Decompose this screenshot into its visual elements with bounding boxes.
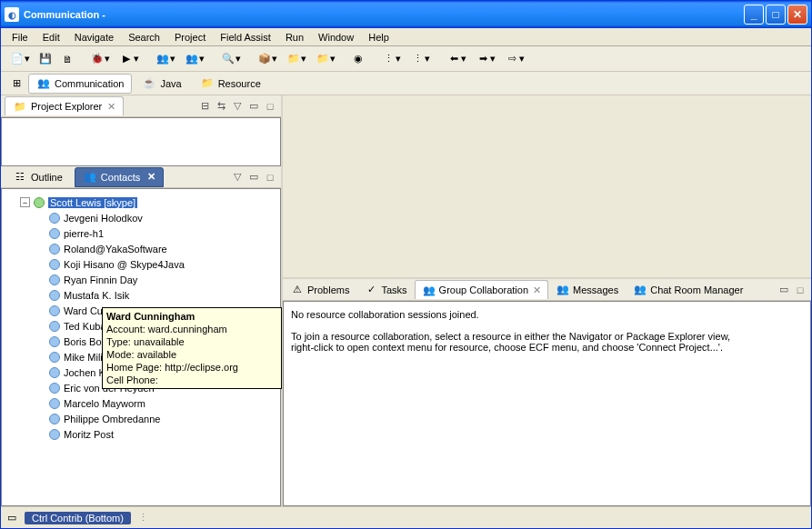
view-menu-button[interactable]: ▽	[230, 170, 245, 185]
contact-name: Jevgeni Holodkov	[64, 213, 143, 224]
contacts1-dropdown-button[interactable]: 👥▾	[152, 49, 179, 69]
status-bar: ▭ Ctrl Contrib (Bottom) ⋮	[1, 506, 811, 528]
run-dropdown-button[interactable]: ▶▾	[115, 49, 143, 69]
menu-field-assist[interactable]: Field Assist	[213, 30, 278, 45]
link-editor-button[interactable]: ⇆	[214, 99, 228, 114]
menu-edit[interactable]: Edit	[35, 30, 67, 45]
folder2-dropdown-button[interactable]: 📁▾	[312, 49, 339, 69]
contact-name: Marcelo Mayworm	[64, 398, 145, 409]
outline-icon: ☷	[13, 170, 27, 185]
tasks-icon: ✓	[364, 283, 378, 297]
contact-item[interactable]: Roland@YakaSoftware	[49, 241, 275, 256]
contact-name: Roland@YakaSoftware	[64, 244, 167, 255]
close-x-icon[interactable]: ✕	[147, 171, 155, 183]
tab-problems[interactable]: ⚠ Problems	[283, 280, 356, 300]
perspective-communication[interactable]: 👥 Communication	[28, 74, 132, 94]
minimize-view-button[interactable]: ▭	[777, 283, 791, 297]
tab-group-collaboration[interactable]: 👥 Group Collaboration ✕	[415, 280, 548, 299]
contact-item[interactable]: Jevgeni Holodkov	[49, 210, 275, 225]
status-icon: ▭	[5, 511, 19, 525]
misc1-dropdown-button[interactable]: ⋮▾	[377, 49, 405, 69]
tooltip-cell: Cell Phone:	[106, 374, 158, 385]
expander-icon[interactable]: −	[20, 197, 30, 207]
contact-item[interactable]: pierre-h1	[49, 225, 275, 241]
perspective-row: ⊞ 👥 Communication ☕ Java 📁 Resource	[1, 72, 811, 95]
person-icon	[49, 336, 60, 347]
contact-name: Philippe Ombredanne	[64, 414, 160, 424]
close-x-icon[interactable]: ✕	[107, 101, 115, 113]
maximize-view-button[interactable]: □	[263, 99, 277, 114]
package-dropdown-button[interactable]: 📦▾	[254, 49, 281, 69]
collab-line2: To join a resource collaboration, select…	[291, 331, 803, 342]
project-explorer-body	[1, 117, 281, 166]
menu-help[interactable]: Help	[361, 30, 396, 45]
contact-item[interactable]: Moritz Post	[49, 426, 275, 442]
folder1-dropdown-button[interactable]: 📁▾	[283, 49, 310, 69]
contacts-root[interactable]: − Scott Lewis [skype]	[20, 195, 275, 210]
people-icon: 👥	[83, 170, 97, 185]
tooltip-name: Ward Cunningham	[106, 311, 195, 322]
maximize-view-button[interactable]: □	[263, 170, 277, 185]
perspective-resource[interactable]: 📁 Resource	[192, 74, 269, 94]
menu-search[interactable]: Search	[121, 30, 167, 45]
close-x-icon[interactable]: ✕	[533, 284, 541, 296]
contact-name: Koji Hisano @ Skype4Java	[64, 259, 185, 270]
menu-navigate[interactable]: Navigate	[67, 30, 121, 45]
contacts-tab[interactable]: 👥 Contacts ✕	[75, 167, 164, 187]
tooltip-homepage: Home Page: http://eclipse.org	[106, 362, 238, 373]
contact-item[interactable]: Ryan Finnin Day	[49, 272, 275, 287]
nav-dropdown-button[interactable]: ⇨▾	[501, 49, 528, 69]
tab-chatroom-manager[interactable]: 👥 Chat Room Manager	[626, 280, 750, 300]
view-menu-button[interactable]: ▽	[230, 99, 245, 114]
person-icon	[49, 414, 60, 424]
minimize-view-button[interactable]: ▭	[246, 99, 261, 114]
save-all-button[interactable]: 🗎	[57, 49, 77, 69]
maximize-view-button[interactable]: □	[793, 283, 807, 297]
minimize-view-button[interactable]: ▭	[246, 170, 261, 185]
folder-icon: 📁	[200, 76, 215, 91]
save-button[interactable]: 💾	[35, 49, 55, 69]
tab-label: Project Explorer	[31, 101, 102, 112]
debug-dropdown-button[interactable]: 🐞▾	[86, 49, 114, 69]
folder-icon: 📁	[13, 99, 27, 114]
perspective-label: Resource	[218, 78, 261, 89]
person-icon	[49, 213, 60, 224]
collapse-all-button[interactable]: ⊟	[197, 99, 212, 114]
person-icon	[49, 259, 60, 270]
minimize-button[interactable]: _	[744, 5, 764, 25]
contacts2-dropdown-button[interactable]: 👥▾	[181, 49, 208, 69]
contact-item[interactable]: Mustafa K. Isik	[49, 287, 275, 303]
menu-run[interactable]: Run	[278, 30, 311, 45]
menu-file[interactable]: File	[5, 30, 35, 45]
person-icon	[49, 352, 60, 363]
project-explorer-tab[interactable]: 📁 Project Explorer ✕	[5, 96, 124, 115]
people-icon: 👥	[633, 283, 647, 297]
status-contrib[interactable]: Ctrl Contrib (Bottom)	[25, 512, 131, 524]
tab-label: Chat Room Manager	[650, 284, 743, 295]
person-icon	[49, 367, 60, 378]
back-dropdown-button[interactable]: ⬅▾	[443, 49, 470, 69]
app-icon: ◐	[5, 7, 19, 22]
forward-dropdown-button[interactable]: ➡▾	[472, 49, 499, 69]
contact-item[interactable]: Koji Hisano @ Skype4Java	[49, 256, 275, 272]
search-dropdown-button[interactable]: 🔍▾	[217, 49, 245, 69]
project-explorer-header: 📁 Project Explorer ✕ ⊟ ⇆ ▽ ▭ □	[1, 95, 281, 117]
new-dropdown-button[interactable]: 📄▾	[6, 49, 34, 69]
perspective-java[interactable]: ☕ Java	[134, 74, 189, 94]
contact-item[interactable]: Philippe Ombredanne	[49, 411, 275, 426]
person-icon	[49, 228, 60, 239]
menu-project[interactable]: Project	[167, 30, 213, 45]
contacts-body: − Scott Lewis [skype] Jevgeni Holodkovpi…	[1, 188, 281, 506]
contact-item[interactable]: Marcelo Mayworm	[49, 395, 275, 411]
close-button[interactable]: ✕	[787, 5, 807, 25]
maximize-button[interactable]: □	[766, 5, 786, 25]
eclipse-button[interactable]: ◉	[348, 49, 368, 69]
tab-tasks[interactable]: ✓ Tasks	[356, 280, 414, 300]
contact-tooltip: Ward Cunningham Account: ward.cunningham…	[102, 307, 282, 389]
problems-icon: ⚠	[290, 283, 305, 297]
open-perspective-button[interactable]: ⊞	[6, 74, 26, 94]
menu-window[interactable]: Window	[311, 30, 361, 45]
outline-tab[interactable]: ☷ Outline	[5, 167, 71, 187]
tab-messages[interactable]: 👥 Messages	[548, 280, 626, 300]
misc2-dropdown-button[interactable]: ⋮▾	[406, 49, 434, 69]
